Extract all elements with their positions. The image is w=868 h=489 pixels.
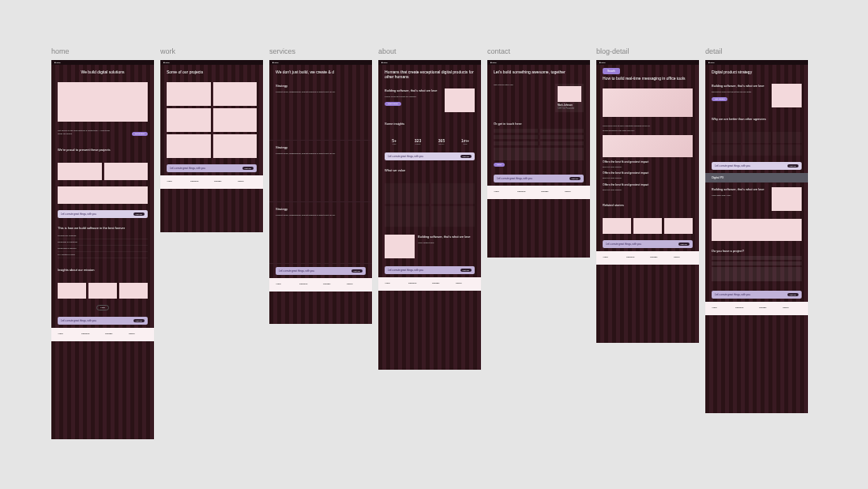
cta-button[interactable]: Start now	[351, 269, 363, 273]
hero-image	[58, 82, 148, 122]
cta-button[interactable]: Start now	[133, 319, 145, 322]
detail-image	[772, 187, 802, 211]
services-hero: We don't just build, we create & d	[276, 70, 366, 74]
logo[interactable]: ■ artful	[54, 62, 61, 64]
lead-text: Get access to the best software & digita…	[58, 130, 111, 135]
contact-hero: Let's build something awesome, together	[494, 70, 584, 74]
insight-thumb[interactable]	[119, 283, 148, 299]
detail-image	[772, 84, 802, 107]
build-title: This is how we build software in the bes…	[58, 226, 148, 230]
input-name[interactable]	[712, 256, 802, 260]
value-card	[385, 206, 429, 227]
why-card	[772, 145, 802, 156]
hero-title: We build digital solutions	[58, 70, 148, 74]
cta-button[interactable]: Start now	[133, 213, 145, 216]
list-item[interactable]: 02 Design & Prototype	[58, 239, 148, 246]
why-card	[742, 132, 772, 143]
about-image	[445, 88, 475, 112]
input-budget[interactable]	[540, 141, 584, 145]
input-message[interactable]	[712, 267, 802, 281]
page-label-about: about	[378, 47, 481, 55]
insight-thumb[interactable]	[58, 283, 86, 299]
page-blog-detail[interactable]: ■ artful· · · · Growth How to build real…	[596, 60, 699, 343]
related-thumb[interactable]	[603, 218, 631, 234]
lead-button[interactable]: Get started	[132, 132, 148, 136]
project-card[interactable]	[167, 134, 211, 158]
page-work[interactable]: ■ artful· · · · Some of our projects Let…	[160, 60, 263, 232]
project-card[interactable]	[213, 108, 257, 132]
page-label-services: services	[269, 47, 372, 55]
detail-wide-image	[712, 219, 802, 241]
cta-button[interactable]: Start now	[242, 167, 254, 170]
list-item[interactable]: 04 Maintain & Grow	[58, 252, 148, 258]
detail-hero: Digital product strategy	[712, 70, 802, 74]
detail-hero-2: Digital PX	[705, 173, 808, 182]
get-started-button[interactable]: Get started	[712, 97, 727, 101]
blog-title: How to build real-time messaging in offi…	[603, 76, 693, 81]
page-label-work: work	[160, 47, 263, 55]
project-thumb[interactable]	[104, 163, 148, 180]
blog-image	[603, 135, 693, 157]
avatar	[558, 86, 581, 102]
insight-thumb[interactable]	[88, 283, 117, 299]
related-thumb[interactable]	[633, 218, 662, 234]
about-hero: Humans that create exceptional digital p…	[385, 70, 475, 79]
page-detail[interactable]: ■ artful· · · · Digital product strategy…	[705, 60, 808, 413]
page-label-detail: detail	[705, 47, 808, 55]
page-home[interactable]: ■ artful· · · · We build digital solutio…	[51, 60, 154, 439]
cta-button[interactable]: Start now	[787, 164, 798, 167]
project-thumb[interactable]	[58, 186, 148, 204]
page-label-contact: contact	[487, 47, 590, 55]
page-services[interactable]: ■ artful· · · · We don't just build, we …	[269, 60, 372, 324]
input-email[interactable]	[494, 135, 538, 139]
page-contact[interactable]: ■ artful· · · · Let's build something aw…	[487, 60, 590, 258]
project-thumb[interactable]	[58, 163, 102, 180]
more-button[interactable]: More	[96, 305, 109, 310]
cta-button[interactable]: Start now	[460, 269, 472, 272]
page-about[interactable]: ■ artful· · · · Humans that create excep…	[378, 60, 481, 370]
cta-button[interactable]: Start now	[787, 293, 798, 296]
project-card[interactable]	[213, 82, 257, 106]
why-card	[742, 145, 772, 156]
blog-tag: Growth	[603, 68, 620, 74]
proud-title: We're proud to present these projects	[58, 148, 148, 152]
cta-button[interactable]: Start now	[460, 155, 472, 158]
value-card	[431, 206, 475, 227]
send-button[interactable]: Send	[494, 163, 505, 167]
value-card	[431, 183, 475, 204]
cta-button[interactable]: Start now	[569, 177, 581, 180]
blog-hero-image	[603, 88, 693, 117]
input-company[interactable]	[494, 141, 538, 145]
insights-title: Insights about our mission	[58, 268, 148, 272]
value-card	[385, 183, 429, 204]
about-image	[385, 235, 415, 258]
why-card	[712, 145, 741, 156]
why-card	[712, 132, 741, 143]
list-item[interactable]: 03 Develop & Deliver	[58, 246, 148, 252]
input-email[interactable]	[712, 261, 802, 265]
project-card[interactable]	[167, 108, 211, 132]
profile-card: Mark JohnsonCEO & Founder	[555, 84, 584, 112]
related-thumb[interactable]	[664, 218, 693, 234]
page-label-home: home	[51, 47, 154, 55]
input-firstname[interactable]	[494, 129, 538, 133]
project-card[interactable]	[167, 82, 211, 106]
input-lastname[interactable]	[540, 129, 584, 133]
project-card[interactable]	[213, 134, 257, 158]
cta-button[interactable]: Start now	[678, 243, 690, 246]
learn-button[interactable]: Learn more	[385, 102, 401, 106]
input-phone[interactable]	[540, 135, 584, 139]
input-message[interactable]	[494, 148, 584, 160]
work-title: Some of our projects	[167, 70, 257, 74]
list-item[interactable]: 01 Discover & Define	[58, 233, 148, 239]
page-label-blog: blog-detail	[596, 47, 699, 55]
why-card	[772, 132, 802, 143]
design-canvas[interactable]: home ■ artful· · · · We build digital so…	[51, 47, 808, 439]
